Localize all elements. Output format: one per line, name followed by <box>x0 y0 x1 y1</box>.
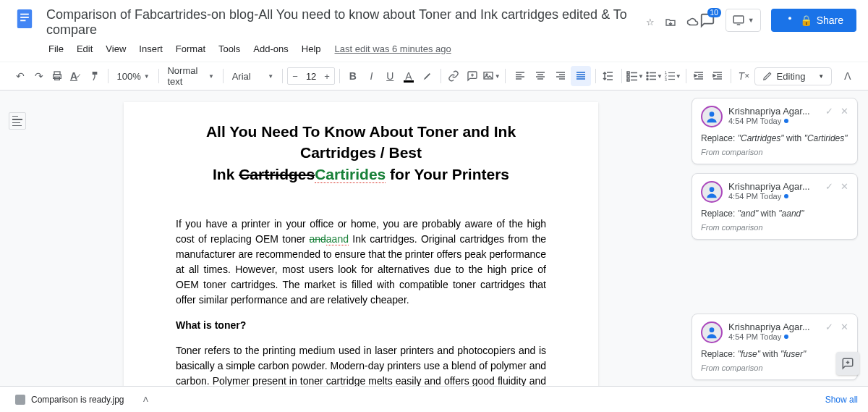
suggestion-text: Replace: "fuse" with "fuser" <box>701 349 848 359</box>
reject-suggestion-button[interactable]: ✕ <box>841 181 848 192</box>
font-size-increase[interactable]: + <box>320 68 334 84</box>
show-outline-button[interactable] <box>9 112 26 130</box>
open-comments-button[interactable]: 10 <box>699 12 715 28</box>
undo-button[interactable]: ↶ <box>12 66 29 86</box>
svg-point-16 <box>647 79 648 80</box>
last-edit-link[interactable]: Last edit was 6 minutes ago <box>335 43 451 54</box>
comment-author: Krishnapriya Agar... <box>728 321 820 332</box>
downloads-bar: Comparison is ready.jpg ᐱ Show all <box>0 386 868 411</box>
font-select[interactable]: Arial▼ <box>228 68 278 85</box>
highlight-color-button[interactable] <box>419 66 436 86</box>
document-page[interactable]: All You Need To Know About Toner and Ink… <box>124 102 598 411</box>
accept-suggestion-button[interactable]: ✓ <box>825 106 833 117</box>
present-menu-button[interactable]: ▼ <box>726 9 761 32</box>
svg-rect-11 <box>627 72 629 74</box>
avatar <box>701 106 723 127</box>
font-size-value[interactable]: 12 <box>302 71 320 82</box>
comment-time: 4:54 PM Today <box>728 117 820 125</box>
toolbar: ↶ ↷ A✓ 100%▼ Normal text▼ Arial▼ − 12 + … <box>0 62 868 91</box>
reject-suggestion-button[interactable]: ✕ <box>841 106 848 117</box>
paint-format-button[interactable] <box>86 66 103 86</box>
increase-indent-button[interactable] <box>709 66 726 86</box>
zoom-select[interactable]: 100%▼ <box>112 68 153 85</box>
star-icon[interactable]: ☆ <box>646 17 655 28</box>
download-filename: Comparison is ready.jpg <box>31 395 124 405</box>
avatar <box>701 321 723 343</box>
chevron-up-icon[interactable]: ᐱ <box>143 395 148 403</box>
share-button[interactable]: 🔒 Share <box>771 9 856 32</box>
comment-author: Krishnapriya Agar... <box>728 106 820 117</box>
decrease-indent-button[interactable] <box>691 66 708 86</box>
suggestion-card[interactable]: Krishnapriya Agar... 4:54 PM Today ✓ ✕ R… <box>692 173 858 240</box>
comment-author: Krishnapriya Agar... <box>728 181 820 192</box>
insert-link-button[interactable] <box>445 66 462 86</box>
reject-suggestion-button[interactable]: ✕ <box>841 321 848 332</box>
menu-tools[interactable]: Tools <box>213 41 245 57</box>
redo-button[interactable]: ↷ <box>30 66 48 86</box>
menu-insert[interactable]: Insert <box>134 41 168 57</box>
suggestion-card[interactable]: Krishnapriya Agar... 4:54 PM Today ✓ ✕ R… <box>692 314 858 380</box>
comment-count-badge: 10 <box>707 8 721 17</box>
show-all-downloads-link[interactable]: Show all <box>825 395 858 405</box>
page-scroll-area[interactable]: All You Need To Know About Toner and Ink… <box>35 91 687 411</box>
bold-button[interactable]: B <box>344 66 362 86</box>
align-right-button[interactable] <box>550 66 571 86</box>
add-comment-fab[interactable] <box>836 352 859 375</box>
menu-edit[interactable]: Edit <box>72 41 98 57</box>
svg-rect-1 <box>20 14 29 15</box>
cloud-saved-icon[interactable] <box>686 17 699 28</box>
svg-rect-2 <box>20 17 29 18</box>
svg-point-22 <box>710 327 715 332</box>
avatar <box>701 181 723 203</box>
spellcheck-button[interactable]: A✓ <box>67 66 85 86</box>
menu-file[interactable]: File <box>43 41 69 57</box>
svg-point-5 <box>788 17 791 20</box>
numbered-list-button[interactable]: 123▼ <box>664 66 681 86</box>
comment-time: 4:54 PM Today <box>728 332 820 341</box>
bulleted-list-button[interactable]: ▼ <box>645 66 663 86</box>
suggestion-text: Replace: "Cartridges" with "Cartirides" <box>701 133 848 143</box>
doc-heading[interactable]: All You Need To Know About Toner and Ink… <box>176 121 546 185</box>
suggestion-source: From comparison <box>701 363 848 372</box>
svg-point-15 <box>647 75 648 77</box>
menu-bar: File Edit View Insert Format Tools Add-o… <box>43 41 699 57</box>
menu-help[interactable]: Help <box>297 41 326 57</box>
menu-addons[interactable]: Add-ons <box>248 41 293 57</box>
heading-what-is-toner[interactable]: What is toner? <box>176 318 546 333</box>
move-icon[interactable] <box>665 17 676 28</box>
suggestion-card[interactable]: Krishnapriya Agar... 4:54 PM Today ✓ ✕ R… <box>692 98 858 164</box>
accept-suggestion-button[interactable]: ✓ <box>825 181 833 192</box>
add-comment-button[interactable] <box>464 66 481 86</box>
editing-mode-select[interactable]: Editing ▼ <box>754 67 833 85</box>
align-center-button[interactable] <box>530 66 550 86</box>
suggestion-text: Replace: "and" with "aand" <box>701 209 848 219</box>
menu-view[interactable]: View <box>101 41 131 57</box>
clear-formatting-button[interactable]: T✕ <box>736 66 753 86</box>
paragraph-style-select[interactable]: Normal text▼ <box>163 62 218 90</box>
font-size-stepper[interactable]: − 12 + <box>287 67 335 85</box>
paragraph-1[interactable]: If you have a printer in your office or … <box>176 216 546 308</box>
align-left-button[interactable] <box>510 66 530 86</box>
svg-point-20 <box>710 112 715 117</box>
suggestion-source: From comparison <box>701 223 848 232</box>
svg-point-21 <box>710 187 715 192</box>
download-file-chip[interactable]: Comparison is ready.jpg ᐱ <box>10 391 158 408</box>
font-size-decrease[interactable]: − <box>288 68 302 84</box>
align-justify-button[interactable] <box>571 66 591 86</box>
print-button[interactable] <box>48 66 66 86</box>
collapse-toolbar-button[interactable]: ᐱ <box>839 66 856 86</box>
svg-rect-3 <box>20 20 25 21</box>
docs-logo[interactable] <box>12 6 38 32</box>
accept-suggestion-button[interactable]: ✓ <box>825 321 833 332</box>
line-spacing-button[interactable] <box>600 66 617 86</box>
menu-format[interactable]: Format <box>171 41 210 57</box>
italic-button[interactable]: I <box>363 66 380 86</box>
doc-title-input[interactable]: Comparison of Fabcartrides-on blog-All Y… <box>43 6 637 39</box>
workspace: All You Need To Know About Toner and Ink… <box>0 91 868 411</box>
suggestion-source: From comparison <box>701 148 848 156</box>
insert-image-button[interactable]: ▼ <box>482 66 501 86</box>
checklist-button[interactable]: ▼ <box>626 66 644 86</box>
text-color-button[interactable]: A <box>400 66 417 86</box>
svg-text:3: 3 <box>665 77 667 82</box>
underline-button[interactable]: U <box>381 66 399 86</box>
